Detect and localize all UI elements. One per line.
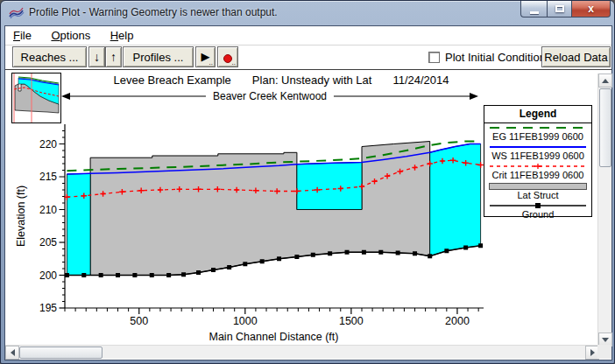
ground-marker <box>81 273 86 277</box>
x-tick-label-500: 500 <box>130 315 148 327</box>
ground-marker <box>478 243 483 248</box>
overview-thumbnail-image <box>12 74 60 122</box>
ground-marker <box>116 273 120 277</box>
legend-item-eg: EG 11FEB1999 0600 <box>489 125 587 144</box>
close-button[interactable]: x <box>572 1 611 18</box>
eg-line-sample <box>489 125 587 131</box>
ground-marker <box>413 251 417 256</box>
lat-struct-sample <box>489 183 587 190</box>
ws-line-sample <box>489 144 587 150</box>
horizontal-scroll-thumb[interactable] <box>19 346 102 359</box>
chart-area: 195200205210215220500100015002000Main Ch… <box>5 70 599 346</box>
scroll-left-button[interactable] <box>5 346 19 360</box>
horizontal-scrollbar[interactable] <box>5 345 599 359</box>
reach-extent: Beaver Creek Kentwood <box>61 89 478 103</box>
ground-marker <box>378 250 383 255</box>
legend-title: Legend <box>484 106 591 123</box>
legend: Legend EG 11FEB1999 0600 WS 11FEB1999 06… <box>484 105 592 217</box>
ground-marker <box>243 262 247 266</box>
ground-marker <box>396 251 400 256</box>
ground-marker <box>166 273 171 277</box>
record-icon <box>223 54 232 63</box>
plot-title: Levee Breach Example <box>113 74 230 87</box>
toolbar: Reaches ... ↓ ↑ Profiles ... ▶.. .. Plot… <box>5 46 611 70</box>
record-button[interactable]: .. <box>217 46 238 67</box>
menubar: File Options Help <box>5 26 611 46</box>
plot-initial-conditions: Plot Initial Conditions <box>428 51 551 64</box>
window-controls: x <box>520 1 611 18</box>
plot-date: 11/24/2014 <box>392 74 449 87</box>
water-area-2 <box>297 163 362 210</box>
scrollbar-corner <box>597 345 611 359</box>
ground-marker <box>227 265 231 270</box>
y-tick-label-205: 205 <box>39 236 57 248</box>
ground-marker <box>277 256 281 261</box>
ground-marker <box>328 251 332 256</box>
maximize-button[interactable] <box>547 1 572 18</box>
y-tick-label-220: 220 <box>39 138 57 150</box>
scroll-left-icon <box>11 349 15 356</box>
reach-name-label: Beaver Creek Kentwood <box>206 90 334 102</box>
plot-initial-conditions-label: Plot Initial Conditions <box>445 51 551 64</box>
reaches-button[interactable]: Reaches ... <box>12 46 87 67</box>
move-down-button[interactable]: ↓ <box>88 46 105 67</box>
titlebar[interactable]: Profile Plot - Warning Geometry is newer… <box>1 1 614 25</box>
ground-marker <box>345 250 350 255</box>
minimize-button[interactable] <box>520 1 547 18</box>
minimize-icon <box>530 11 539 14</box>
x-axis-label: Main Channel Distance (ft) <box>209 331 339 343</box>
menu-help[interactable]: Help <box>102 26 142 45</box>
down-arrow-icon: ↓ <box>94 50 100 64</box>
scroll-right-icon <box>590 349 595 356</box>
ground-marker <box>463 246 468 250</box>
water-area-1 <box>67 173 90 275</box>
maximize-icon <box>555 5 564 12</box>
ground-marker <box>260 259 265 263</box>
y-tick-label-210: 210 <box>39 204 57 216</box>
ground-marker <box>444 248 449 253</box>
series-lat-struct <box>90 142 430 276</box>
ground-marker <box>65 273 69 277</box>
reload-data-button[interactable]: Reload Data <box>541 46 611 67</box>
x-tick-label-1500: 1500 <box>339 315 364 327</box>
ground-marker <box>294 255 299 259</box>
legend-item-ground: Ground <box>489 202 587 220</box>
vertical-scroll-thumb[interactable] <box>599 88 611 167</box>
profiles-button[interactable]: Profiles ... <box>123 46 194 67</box>
chart-title: Levee Breach ExamplePlan: Unsteady with … <box>67 74 496 87</box>
ground-marker <box>181 272 186 276</box>
ground-marker <box>428 254 432 258</box>
menu-file[interactable]: File <box>5 26 39 45</box>
move-up-button[interactable]: ↑ <box>105 46 122 67</box>
record-more-dots: .. <box>232 60 236 66</box>
y-axis-label: Elevation (ft) <box>15 186 27 247</box>
ground-marker <box>196 270 201 275</box>
animate-button[interactable]: ▶.. <box>195 46 216 67</box>
x-tick-label-1000: 1000 <box>233 315 258 327</box>
ground-marker <box>150 273 154 277</box>
legend-item-lat-struct: Lat Struct <box>489 183 587 201</box>
scroll-down-icon <box>602 338 609 342</box>
profile-plot-app-icon <box>9 7 25 19</box>
window-title: Profile Plot - Warning Geometry is newer… <box>29 6 278 18</box>
overview-thumbnail[interactable] <box>11 73 61 123</box>
plot-initial-conditions-checkbox[interactable] <box>428 52 440 63</box>
crit-line-sample <box>489 164 587 170</box>
y-tick-label-215: 215 <box>39 171 57 183</box>
fill-layer <box>67 142 480 276</box>
scroll-up-icon <box>602 79 609 83</box>
y-tick-label-195: 195 <box>39 302 57 314</box>
x-tick-label-2000: 2000 <box>445 315 470 327</box>
menu-options[interactable]: Options <box>43 26 98 45</box>
play-more-dots: .. <box>209 60 213 66</box>
client-area: File Options Help Reaches ... ↓ ↑ Profil… <box>4 25 612 360</box>
ground-marker <box>99 273 103 277</box>
ground-marker <box>362 250 366 255</box>
vertical-scrollbar[interactable] <box>597 74 611 346</box>
ground-marker <box>211 268 216 272</box>
ground-line-sample <box>489 202 587 209</box>
scroll-up-button[interactable] <box>598 74 612 88</box>
close-icon: x <box>588 4 594 14</box>
legend-item-crit: Crit 11FEB1999 0600 <box>489 164 587 182</box>
plan-name: Plan: Unsteady with Lat <box>252 74 372 87</box>
